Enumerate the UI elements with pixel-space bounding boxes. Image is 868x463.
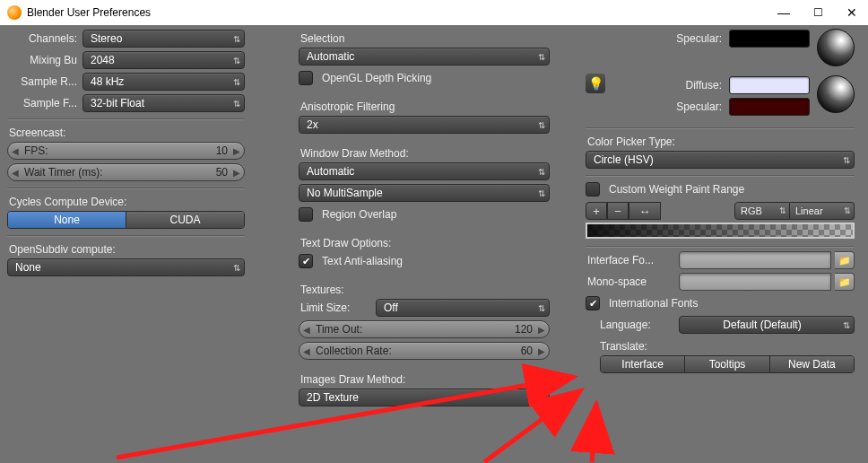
ramp-remove-button[interactable]: − <box>607 202 629 220</box>
collection-rate-spinner[interactable]: ◀Collection Rate:60▶ <box>299 342 550 360</box>
region-overlap-checkbox[interactable] <box>299 207 313 222</box>
selection-dropdown[interactable]: Automatic <box>299 48 550 66</box>
weight-range-label: Custom Weight Paint Range <box>607 183 746 196</box>
mixing-buffer-label: Mixing Bu <box>7 54 79 66</box>
opensubdiv-header: OpenSubdiv compute: <box>7 240 245 258</box>
mono-font-browse-button[interactable]: 📁 <box>835 273 855 291</box>
sample-rate-label: Sample R... <box>7 75 79 88</box>
textures-header: Textures: <box>299 280 550 298</box>
window-close-button[interactable]: ✕ <box>843 5 861 20</box>
window-draw-dropdown[interactable]: Automatic <box>299 162 550 180</box>
opensubdiv-dropdown[interactable]: None <box>7 258 245 276</box>
color-ramp[interactable] <box>586 223 855 239</box>
window-title: Blender User Preferences <box>27 6 151 19</box>
limit-size-label: Limit Size: <box>299 301 372 314</box>
depth-picking-checkbox[interactable] <box>299 71 313 85</box>
sample-format-dropdown[interactable]: 32-bit Float <box>82 94 245 112</box>
limit-size-dropdown[interactable]: Off <box>376 299 550 317</box>
aniso-header: Anisotropic Filtering <box>299 97 550 115</box>
mixing-buffer-dropdown[interactable]: 2048 <box>82 51 245 69</box>
screencast-header: Screencast: <box>7 123 245 141</box>
fps-spinner[interactable]: ◀ FPS: 10 ▶ <box>7 142 245 160</box>
translate-newdata-button[interactable]: New Data <box>770 356 854 372</box>
language-label: Language: <box>586 319 675 331</box>
mono-font-field[interactable] <box>679 273 831 291</box>
interface-font-field[interactable] <box>679 251 831 269</box>
international-fonts-checkbox[interactable] <box>586 296 600 310</box>
specular2-swatch[interactable] <box>729 98 810 116</box>
text-aa-label: Text Anti-aliasing <box>320 255 404 267</box>
blender-logo-icon <box>7 5 22 20</box>
ramp-interp-dropdown[interactable]: Linear <box>790 202 855 220</box>
diffuse-label: Diffuse: <box>661 79 724 92</box>
light-preview-sphere-1 <box>817 29 855 66</box>
diffuse-swatch[interactable] <box>729 76 810 94</box>
lamp-icon[interactable]: 💡 <box>586 74 605 93</box>
specular1-swatch[interactable] <box>729 30 810 48</box>
language-dropdown[interactable]: Default (Default) <box>679 316 855 334</box>
compute-cuda-button[interactable]: CUDA <box>126 212 244 228</box>
region-overlap-label: Region Overlap <box>320 208 398 221</box>
ramp-mode-dropdown[interactable]: RGB <box>734 202 790 220</box>
interface-font-browse-button[interactable]: 📁 <box>835 251 855 269</box>
international-fonts-label: International Fonts <box>607 297 699 310</box>
specular1-label: Specular: <box>661 32 724 45</box>
compute-none-button[interactable]: None <box>8 212 126 228</box>
interface-font-label: Interface Fo... <box>586 254 675 266</box>
ramp-flip-button[interactable]: ↔ <box>629 202 661 220</box>
text-aa-checkbox[interactable] <box>299 254 313 268</box>
translate-label: Translate: <box>586 336 855 354</box>
selection-header: Selection <box>299 29 550 47</box>
timeout-spinner[interactable]: ◀Time Out:120▶ <box>299 320 550 338</box>
sample-rate-dropdown[interactable]: 48 kHz <box>82 73 245 91</box>
compute-device-header: Cycles Compute Device: <box>7 192 245 210</box>
mono-font-label: Mono-space <box>586 275 675 288</box>
color-picker-header: Color Picker Type: <box>586 132 855 150</box>
window-titlebar: Blender User Preferences — ☐ ✕ <box>0 0 868 25</box>
translate-interface-button[interactable]: Interface <box>601 356 685 372</box>
images-draw-header: Images Draw Method: <box>299 370 550 388</box>
images-draw-dropdown[interactable]: 2D Texture <box>299 389 550 406</box>
sample-format-label: Sample F... <box>7 97 79 109</box>
channels-dropdown[interactable]: Stereo <box>82 30 245 48</box>
ramp-add-button[interactable]: + <box>586 202 607 220</box>
window-minimize-button[interactable]: — <box>775 5 793 20</box>
compute-device-toggle[interactable]: None CUDA <box>7 211 245 229</box>
channels-label: Channels: <box>7 32 79 45</box>
wait-timer-spinner[interactable]: ◀ Wait Timer (ms): 50 ▶ <box>7 163 245 181</box>
color-picker-dropdown[interactable]: Circle (HSV) <box>586 151 855 169</box>
translate-toggle-group: Interface Tooltips New Data <box>600 355 855 373</box>
specular2-label: Specular: <box>661 100 724 113</box>
depth-picking-label: OpenGL Depth Picking <box>320 72 433 84</box>
aniso-dropdown[interactable]: 2x <box>299 116 550 134</box>
translate-tooltips-button[interactable]: Tooltips <box>685 356 769 372</box>
multisample-dropdown[interactable]: No MultiSample <box>299 184 550 202</box>
text-draw-header: Text Draw Options: <box>299 233 550 251</box>
window-maximize-button[interactable]: ☐ <box>809 6 827 19</box>
window-draw-header: Window Draw Method: <box>299 144 550 162</box>
weight-range-checkbox[interactable] <box>586 182 600 197</box>
light-preview-sphere-2 <box>817 75 855 113</box>
